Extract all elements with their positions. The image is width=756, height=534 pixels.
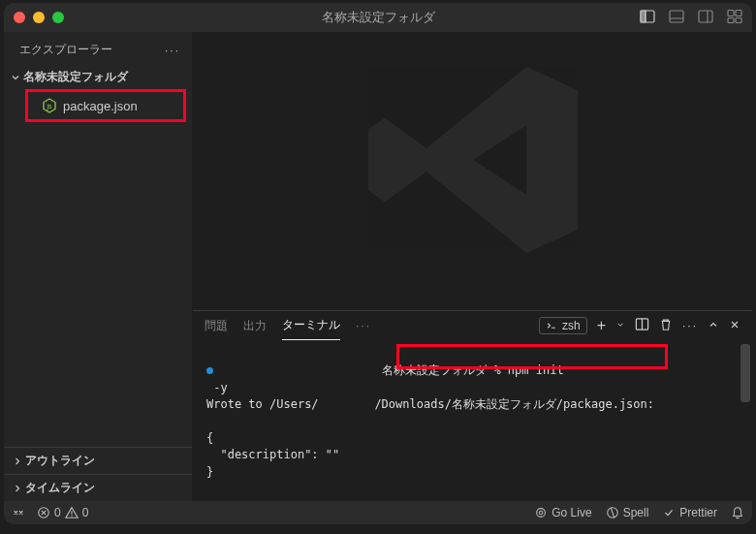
annotation-highlight-file: js package.json bbox=[25, 89, 186, 122]
terminal-line-7: } bbox=[206, 465, 213, 479]
outline-section[interactable]: アウトライン bbox=[4, 447, 192, 474]
nodejs-icon: js bbox=[42, 98, 57, 113]
maximize-panel-icon[interactable] bbox=[708, 319, 719, 333]
warning-count: 0 bbox=[82, 506, 89, 519]
customize-layout-icon[interactable] bbox=[727, 9, 742, 27]
terminal-prompt-sep: % bbox=[487, 363, 508, 377]
svg-rect-10 bbox=[736, 17, 741, 22]
terminal-prompt-folder: 名称未設定フォルダ bbox=[382, 363, 487, 377]
terminal-active-indicator bbox=[206, 367, 213, 374]
tab-more-icon[interactable]: ··· bbox=[356, 319, 371, 332]
shell-name: zsh bbox=[562, 319, 581, 332]
terminal-command: npm init bbox=[508, 363, 564, 377]
close-window-button[interactable] bbox=[14, 12, 25, 23]
titlebar: 名称未設定フォルダ bbox=[4, 3, 752, 32]
svg-text:js: js bbox=[46, 103, 52, 110]
kill-terminal-icon[interactable] bbox=[659, 318, 673, 334]
vscode-watermark-icon bbox=[357, 44, 589, 276]
file-item-package-json[interactable]: js package.json bbox=[28, 94, 183, 117]
window-title: 名称未設定フォルダ bbox=[322, 9, 435, 26]
terminal-scrollbar[interactable] bbox=[740, 344, 750, 524]
svg-rect-3 bbox=[670, 11, 683, 22]
terminal-content[interactable]: XXXXXXXXXXXXXXXXXXXXXXX名称未設定フォルダ % npm i… bbox=[193, 340, 752, 524]
tab-problems[interactable]: 問題 bbox=[205, 312, 228, 340]
timeline-section[interactable]: タイムライン bbox=[4, 474, 192, 501]
chevron-down-icon bbox=[10, 72, 21, 83]
chevron-right-icon bbox=[12, 455, 23, 467]
explorer-more-icon[interactable]: ··· bbox=[165, 44, 180, 57]
outline-label: アウトライン bbox=[25, 453, 95, 469]
close-panel-icon[interactable] bbox=[729, 319, 740, 333]
tab-terminal[interactable]: ターミナル bbox=[282, 311, 340, 340]
editor-area bbox=[193, 32, 752, 310]
tab-output[interactable]: 出力 bbox=[243, 312, 267, 340]
svg-rect-9 bbox=[728, 17, 734, 22]
panel-tabs: 問題 出力 ターミナル ··· zsh + ··· bbox=[193, 311, 752, 340]
folder-root[interactable]: 名称未設定フォルダ bbox=[4, 66, 192, 88]
terminal-split-dropdown-icon[interactable] bbox=[615, 319, 625, 332]
sidebar-explorer: エクスプローラー ··· 名称未設定フォルダ js package.json bbox=[4, 32, 193, 501]
file-name: package.json bbox=[63, 99, 138, 113]
explorer-title: エクスプローラー bbox=[19, 42, 112, 58]
svg-point-16 bbox=[71, 516, 72, 517]
svg-rect-2 bbox=[641, 11, 646, 22]
layout-secondary-icon[interactable] bbox=[698, 9, 713, 27]
error-count: 0 bbox=[54, 506, 61, 519]
minimize-window-button[interactable] bbox=[33, 12, 45, 23]
editor-main: 問題 出力 ターミナル ··· zsh + ··· bbox=[193, 32, 752, 501]
terminal-line-6: "description": "" bbox=[206, 448, 339, 461]
window-controls bbox=[14, 12, 64, 23]
svg-rect-8 bbox=[736, 10, 741, 16]
status-problems[interactable]: 0 0 bbox=[37, 506, 88, 519]
panel: 問題 出力 ターミナル ··· zsh + ··· bbox=[193, 310, 752, 501]
terminal-line-5: { bbox=[206, 431, 213, 445]
terminal-line-3a: Wrote to /Users/ bbox=[206, 397, 319, 411]
terminal-line-2: -y bbox=[206, 381, 228, 394]
terminal-line-3b: /Downloads/名称未設定フォルダ/package.json: bbox=[374, 397, 654, 411]
split-terminal-icon[interactable] bbox=[635, 317, 649, 334]
terminal-icon bbox=[546, 320, 557, 331]
remote-indicator[interactable] bbox=[12, 506, 25, 519]
panel-more-icon[interactable]: ··· bbox=[682, 319, 698, 332]
folder-name: 名称未設定フォルダ bbox=[23, 69, 128, 85]
svg-rect-5 bbox=[699, 11, 712, 22]
maximize-window-button[interactable] bbox=[52, 12, 64, 23]
chevron-right-icon bbox=[12, 483, 23, 494]
layout-panel-icon[interactable] bbox=[669, 9, 684, 27]
svg-rect-7 bbox=[728, 10, 734, 16]
layout-primary-icon[interactable] bbox=[640, 9, 655, 27]
new-terminal-button[interactable]: + bbox=[597, 317, 606, 334]
terminal-shell-selector[interactable]: zsh bbox=[539, 317, 587, 334]
timeline-label: タイムライン bbox=[25, 480, 95, 496]
